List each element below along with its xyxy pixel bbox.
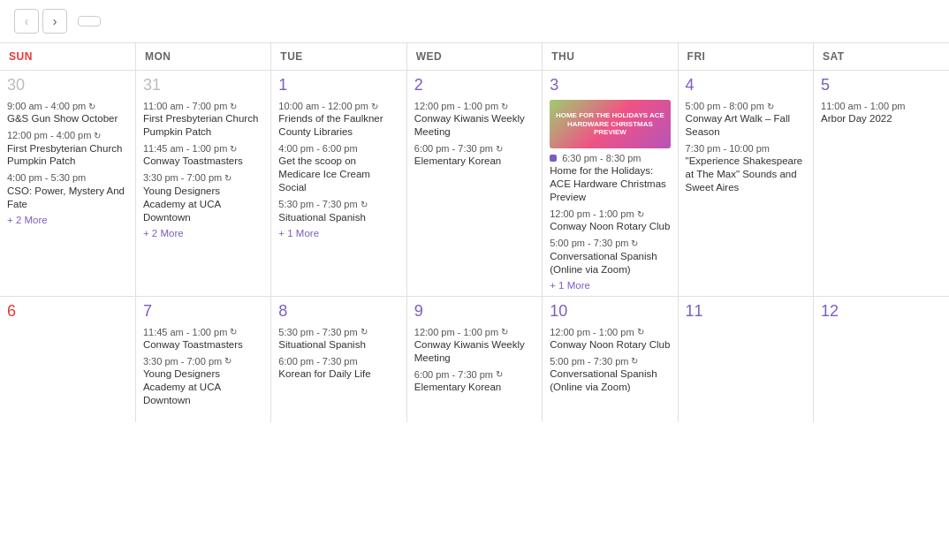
- day-number-10: 10: [550, 302, 670, 321]
- event-time: 12:00 pm - 1:00 pm ↻: [550, 326, 670, 338]
- event-1[interactable]: 3:30 pm - 7:00 pm ↻Young Designers Acade…: [143, 355, 263, 407]
- day-cell-4[interactable]: 45:00 pm - 8:00 pm ↻Conway Art Walk – Fa…: [678, 71, 813, 297]
- day-cell-8[interactable]: 85:30 pm - 7:30 pm ↻Situational Spanish6…: [271, 296, 406, 422]
- day-number-4: 4: [686, 76, 806, 95]
- event-0[interactable]: 12:00 pm - 1:00 pm ↻Conway Noon Rotary C…: [550, 326, 670, 352]
- weekday-sat: SAT: [814, 43, 949, 71]
- event-title: Conway Art Walk – Fall Season: [686, 112, 806, 139]
- event-title: Conway Toastmasters: [143, 155, 263, 168]
- day-cell-9[interactable]: 912:00 pm - 1:00 pm ↻Conway Kiwanis Week…: [406, 296, 542, 422]
- event-1[interactable]: 11:45 am - 1:00 pm ↻Conway Toastmasters: [143, 142, 263, 168]
- event-time: 6:00 pm - 7:30 pm: [278, 355, 399, 367]
- repeat-icon: ↻: [501, 101, 508, 112]
- day-cell-11[interactable]: 11: [678, 296, 813, 422]
- calendar-table: SUNMONTUEWEDTHUFRISAT 309:00 am - 4:00 p…: [0, 43, 949, 422]
- week-row-0: 309:00 am - 4:00 pm ↻G&S Gun Show Octobe…: [0, 71, 949, 297]
- next-button[interactable]: ›: [42, 9, 67, 34]
- event-0[interactable]: 9:00 am - 4:00 pm ↻G&S Gun Show October: [7, 100, 128, 125]
- day-cell-10[interactable]: 1012:00 pm - 1:00 pm ↻Conway Noon Rotary…: [543, 296, 678, 422]
- day-cell-30[interactable]: 309:00 am - 4:00 pm ↻G&S Gun Show Octobe…: [0, 71, 135, 297]
- repeat-icon: ↻: [371, 101, 378, 112]
- event-0[interactable]: 11:45 am - 1:00 pm ↻Conway Toastmasters: [143, 326, 263, 352]
- event-time: 5:00 pm - 7:30 pm ↻: [550, 237, 670, 249]
- event-0[interactable]: 5:00 pm - 8:00 pm ↻Conway Art Walk – Fal…: [686, 100, 806, 139]
- event-1[interactable]: 12:00 pm - 1:00 pm ↻Conway Noon Rotary C…: [550, 208, 670, 233]
- event-time: 12:00 pm - 1:00 pm ↻: [414, 100, 535, 112]
- week-row-1: 6711:45 am - 1:00 pm ↻Conway Toastmaster…: [0, 296, 949, 422]
- day-number-7: 7: [143, 302, 263, 321]
- event-time: 11:45 am - 1:00 pm ↻: [143, 142, 263, 155]
- more-link[interactable]: + 2 More: [143, 228, 263, 238]
- event-time: 5:00 pm - 7:30 pm ↻: [550, 355, 670, 367]
- day-cell-7[interactable]: 711:45 am - 1:00 pm ↻Conway Toastmasters…: [135, 296, 270, 422]
- calendar-wrapper: SUNMONTUEWEDTHUFRISAT 309:00 am - 4:00 p…: [0, 43, 949, 422]
- day-cell-5[interactable]: 511:00 am - 1:00 pm Arbor Day 2022: [814, 71, 949, 297]
- repeat-icon: ↻: [637, 326, 644, 337]
- day-number-8: 8: [278, 302, 399, 321]
- event-0[interactable]: 11:00 am - 7:00 pm ↻First Presbyterian C…: [143, 100, 263, 139]
- event-title: Home for the Holidays: ACE Hardware Chri…: [550, 164, 670, 204]
- header: ‹ ›: [0, 0, 949, 43]
- event-1[interactable]: 4:00 pm - 6:00 pm Get the scoop on Medic…: [278, 142, 399, 194]
- weekday-wed: WED: [406, 43, 542, 71]
- event-0[interactable]: 12:00 pm - 1:00 pm ↻Conway Kiwanis Weekl…: [414, 100, 535, 139]
- event-2[interactable]: 3:30 pm - 7:00 pm ↻Young Designers Acade…: [143, 171, 263, 223]
- day-number-1: 1: [278, 76, 399, 95]
- event-1[interactable]: 5:00 pm - 7:30 pm ↻Conversational Spanis…: [550, 355, 670, 394]
- event-title: Conway Noon Rotary Club: [550, 338, 670, 352]
- calendar-body: 309:00 am - 4:00 pm ↻G&S Gun Show Octobe…: [0, 71, 949, 422]
- repeat-icon: ↻: [767, 101, 774, 112]
- event-title: Elementary Korean: [414, 381, 535, 394]
- event-1[interactable]: 6:00 pm - 7:30 pm ↻Elementary Korean: [414, 368, 535, 394]
- weekday-fri: FRI: [678, 43, 813, 71]
- event-2[interactable]: 5:30 pm - 7:30 pm ↻Situational Spanish: [278, 198, 399, 223]
- event-title: Conversational Spanish (Online via Zoom): [550, 367, 670, 394]
- event-1[interactable]: 7:30 pm - 10:00 pm "Experience Shakespea…: [686, 142, 806, 194]
- event-0[interactable]: 5:30 pm - 7:30 pm ↻Situational Spanish: [278, 326, 399, 352]
- this-month-button[interactable]: [78, 16, 101, 26]
- prev-button[interactable]: ‹: [14, 9, 39, 34]
- day-number-5: 5: [821, 76, 942, 95]
- weekday-thu: THU: [543, 43, 678, 71]
- event-title: Situational Spanish: [278, 338, 399, 352]
- day-cell-31[interactable]: 3111:00 am - 7:00 pm ↻First Presbyterian…: [135, 71, 270, 297]
- event-1[interactable]: 6:00 pm - 7:30 pm ↻Elementary Korean: [414, 142, 535, 168]
- event-title: First Presbyterian Church Pumpkin Patch: [143, 112, 263, 139]
- day-cell-2[interactable]: 212:00 pm - 1:00 pm ↻Conway Kiwanis Week…: [406, 71, 542, 297]
- event-0[interactable]: 10:00 am - 12:00 pm ↻Friends of the Faul…: [278, 100, 399, 139]
- day-cell-1[interactable]: 110:00 am - 12:00 pm ↻Friends of the Fau…: [271, 71, 406, 297]
- event-dot: [550, 155, 557, 162]
- event-title: Conway Noon Rotary Club: [550, 220, 670, 233]
- event-time: 3:30 pm - 7:00 pm ↻: [143, 171, 263, 184]
- repeat-icon: ↻: [224, 172, 232, 184]
- day-cell-6[interactable]: 6: [0, 296, 135, 422]
- more-link[interactable]: + 2 More: [7, 215, 128, 225]
- event-title: Conway Toastmasters: [143, 338, 263, 352]
- repeat-icon: ↻: [230, 101, 237, 112]
- event-2[interactable]: 4:00 pm - 5:30 pm CSO: Power, Mystery An…: [7, 171, 128, 210]
- event-image: HOME FOR THE HOLIDAYS ACE HARDWARE CHRIS…: [550, 100, 670, 148]
- event-time: 12:00 pm - 1:00 pm ↻: [550, 208, 670, 220]
- event-time: 4:00 pm - 5:30 pm: [7, 171, 128, 184]
- event-time: 11:00 am - 1:00 pm: [821, 100, 942, 112]
- event-title: Conway Kiwanis Weekly Meeting: [414, 112, 535, 139]
- day-cell-12[interactable]: 12: [814, 296, 949, 422]
- event-time: 10:00 am - 12:00 pm ↻: [278, 100, 399, 112]
- weekday-sun: SUN: [0, 43, 135, 71]
- event-0[interactable]: 6:30 pm - 8:30 pm Home for the Holidays:…: [550, 152, 670, 204]
- event-0[interactable]: 12:00 pm - 1:00 pm ↻Conway Kiwanis Weekl…: [414, 326, 535, 365]
- event-time: 11:45 am - 1:00 pm ↻: [143, 326, 263, 338]
- repeat-icon: ↻: [94, 130, 101, 141]
- event-2[interactable]: 5:00 pm - 7:30 pm ↻Conversational Spanis…: [550, 237, 670, 276]
- event-0[interactable]: 11:00 am - 1:00 pm Arbor Day 2022: [821, 100, 942, 125]
- more-link[interactable]: + 1 More: [278, 228, 399, 238]
- repeat-icon: ↻: [496, 368, 503, 380]
- day-cell-3[interactable]: 3HOME FOR THE HOLIDAYS ACE HARDWARE CHRI…: [543, 71, 678, 297]
- more-link[interactable]: + 1 More: [550, 280, 670, 291]
- event-1[interactable]: 12:00 pm - 4:00 pm ↻First Presbyterian C…: [7, 129, 128, 168]
- day-number-30: 30: [7, 76, 128, 95]
- event-title: "Experience Shakespeare at The Max" Soun…: [686, 155, 806, 194]
- event-1[interactable]: 6:00 pm - 7:30 pm Korean for Daily Life: [278, 355, 399, 381]
- repeat-icon: ↻: [631, 355, 638, 367]
- repeat-icon: ↻: [88, 101, 95, 112]
